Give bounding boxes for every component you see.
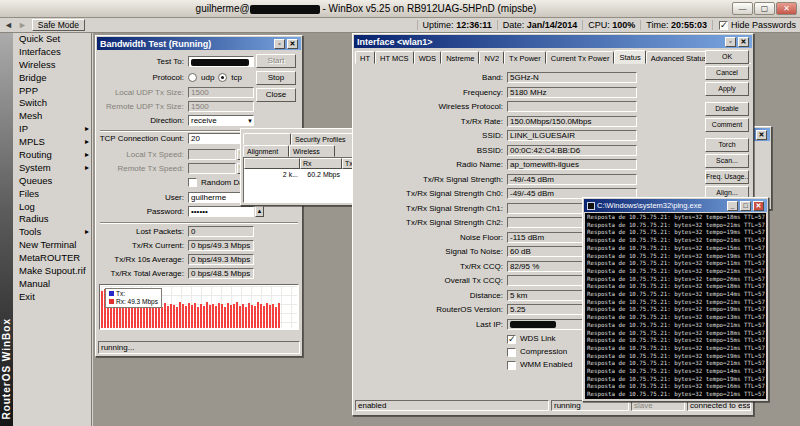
close-button[interactable]: ✕ <box>776 2 797 15</box>
maximize-button[interactable]: ▢ <box>754 2 775 15</box>
column-header-rx[interactable]: Rx <box>300 158 342 169</box>
tab-alignment[interactable]: Alignment <box>243 145 289 157</box>
sidebar-item-wireless[interactable]: Wireless <box>13 59 91 72</box>
chart-bar <box>203 306 205 328</box>
tab-wds[interactable]: WDS <box>414 51 442 64</box>
apply-button[interactable]: Apply <box>705 82 749 96</box>
start-button[interactable]: Start <box>256 54 296 68</box>
freq-usage-button[interactable]: Freq. Usage... <box>705 170 749 184</box>
maximize-icon[interactable]: □ <box>740 201 751 211</box>
window-titlebar[interactable]: guilherme@ - WinBox v5.25 on RB912UAG-5H… <box>0 0 800 18</box>
udp-radio[interactable] <box>188 73 197 82</box>
field-label-bssid: BSSID: <box>355 145 503 156</box>
tab-nv2[interactable]: NV2 <box>479 51 504 64</box>
sidebar-item-mpls[interactable]: MPLS▸ <box>13 136 91 149</box>
close-icon[interactable]: ✕ <box>753 201 764 211</box>
field-value-frequency: 5180 MHz <box>507 87 637 98</box>
console-line: Resposta de 10.75.75.21: bytes=32 tempo=… <box>587 391 764 399</box>
sidebar-item-queues[interactable]: Queues <box>13 175 91 188</box>
redo-arrow-icon[interactable]: ► <box>18 21 27 30</box>
cancel-button[interactable]: Cancel <box>705 66 749 80</box>
tab-ht[interactable]: HT <box>355 51 375 64</box>
sidebar-item-system[interactable]: System▸ <box>13 162 91 175</box>
table-row[interactable]: 2 k...60.2 Mbps <box>244 169 362 180</box>
sidebar-item-mesh[interactable]: Mesh <box>13 110 91 123</box>
sidebar-item-exit[interactable]: Exit <box>13 291 91 304</box>
chart-bar <box>236 302 238 328</box>
hide-passwords-checkbox[interactable] <box>719 21 728 30</box>
txrx-current-label: Tx/Rx Current: <box>98 240 184 251</box>
comment-button[interactable]: Comment <box>705 118 749 132</box>
hide-passwords-toggle[interactable]: Hide Passwords <box>712 20 796 30</box>
column-header-blank[interactable] <box>244 158 300 169</box>
tab-ht-mcs[interactable]: HT MCS <box>375 51 414 64</box>
ping-title: C:\Windows\system32\ping.exe <box>597 201 702 210</box>
detach-icon[interactable]: ▫ <box>725 37 736 47</box>
remote-udp-tx-size-field: 1500 <box>188 101 254 112</box>
detach-icon[interactable]: ▫ <box>274 39 285 49</box>
tab-wireless[interactable]: Wireless <box>289 145 335 157</box>
stop-button[interactable]: Stop <box>256 71 296 85</box>
field-label-signal-to-noise: Signal To Noise: <box>355 246 503 257</box>
checkbox-wmm-enabled[interactable]: WMM Enabled <box>507 360 572 370</box>
ping-titlebar[interactable]: C:\Windows\system32\ping.exe _ □ ✕ <box>584 199 767 212</box>
direction-dropdown[interactable]: receive▼ <box>188 115 254 126</box>
sidebar-item-switch[interactable]: Switch <box>13 97 91 110</box>
sidebar-item-label: Exit <box>19 291 35 302</box>
sidebar-item-ppp[interactable]: PPP <box>13 85 91 98</box>
sidebar-item-bridge[interactable]: Bridge <box>13 72 91 85</box>
minimize-icon[interactable]: _ <box>727 201 738 211</box>
scan-button[interactable]: Scan... <box>705 154 749 168</box>
protocol-radio-group: udp tcp <box>188 72 242 83</box>
sidebar-item-files[interactable]: Files <box>13 188 91 201</box>
checkbox-wds-link[interactable]: WDS Link <box>507 334 556 344</box>
console-line: Resposta de 10.75.75.21: bytes=32 tempo=… <box>587 314 764 322</box>
sidebar-item-make-supout-rif[interactable]: Make Supout.rif <box>13 265 91 278</box>
sidebar-item-tools[interactable]: Tools▸ <box>13 226 91 239</box>
sidebar-item-log[interactable]: Log <box>13 201 91 214</box>
chart-bar <box>185 306 187 328</box>
chevron-up-icon[interactable]: ▲ <box>255 206 264 217</box>
chart-bar <box>269 305 271 328</box>
sidebar-item-radius[interactable]: Radius <box>13 213 91 226</box>
close-icon[interactable]: ✕ <box>738 37 749 47</box>
tab-nstreme[interactable]: Nstreme <box>441 51 479 64</box>
tab-tx-power[interactable]: Tx Power <box>504 51 546 64</box>
field-label-tx-rx-signal-strength: Tx/Rx Signal Strength: <box>355 174 503 185</box>
close-window-button[interactable]: Close <box>256 88 296 102</box>
tab-status[interactable]: Status <box>614 50 645 64</box>
close-icon[interactable]: ✕ <box>756 130 767 140</box>
sidebar-item-ip[interactable]: IP▸ <box>13 123 91 136</box>
disable-button[interactable]: Disable <box>705 102 749 116</box>
sidebar-item-new-terminal[interactable]: New Terminal <box>13 239 91 252</box>
test-to-field[interactable] <box>188 56 254 67</box>
tab-current-tx-power[interactable]: Current Tx Power <box>546 51 615 64</box>
chart-bar <box>245 307 247 328</box>
checkbox-compression[interactable]: Compression <box>507 347 567 357</box>
submenu-arrow-icon: ▸ <box>85 123 89 136</box>
lost-packets-value: 0 <box>188 226 254 237</box>
password-field[interactable]: •••••• <box>188 206 254 217</box>
sidebar-item-routing[interactable]: Routing▸ <box>13 149 91 162</box>
safe-mode-button[interactable]: Safe Mode <box>32 19 85 31</box>
sidebar-item-manual[interactable]: Manual <box>13 278 91 291</box>
bandwidth-test-titlebar[interactable]: Bandwidth Test (Running) ▫ ✕ <box>97 37 301 50</box>
minimize-button[interactable]: — <box>732 2 753 15</box>
torch-button[interactable]: Torch <box>705 138 749 152</box>
tcp-radio[interactable] <box>218 73 227 82</box>
tab-advanced-status[interactable]: Advanced Status <box>646 51 713 64</box>
checkbox-box[interactable] <box>507 348 516 357</box>
undo-arrow-icon[interactable]: ◄ <box>4 21 13 30</box>
checkbox-box[interactable] <box>507 361 516 370</box>
console-line: Resposta de 10.75.75.21: bytes=32 tempo=… <box>587 222 764 230</box>
chart-bar <box>155 305 157 328</box>
sidebar-item-quick-set[interactable]: Quick Set <box>13 33 91 46</box>
interface-titlebar[interactable]: Interface <wlan1> ▫ ✕ <box>354 35 752 48</box>
random-data-checkbox[interactable] <box>188 178 197 187</box>
sidebar-item-metarouter[interactable]: MetaROUTER <box>13 252 91 265</box>
checkbox-box[interactable] <box>507 335 516 344</box>
sidebar-item-interfaces[interactable]: Interfaces <box>13 46 91 59</box>
close-icon[interactable]: ✕ <box>287 39 298 49</box>
ok-button[interactable]: OK <box>705 50 749 64</box>
sidebar-item-label: Quick Set <box>19 33 60 44</box>
